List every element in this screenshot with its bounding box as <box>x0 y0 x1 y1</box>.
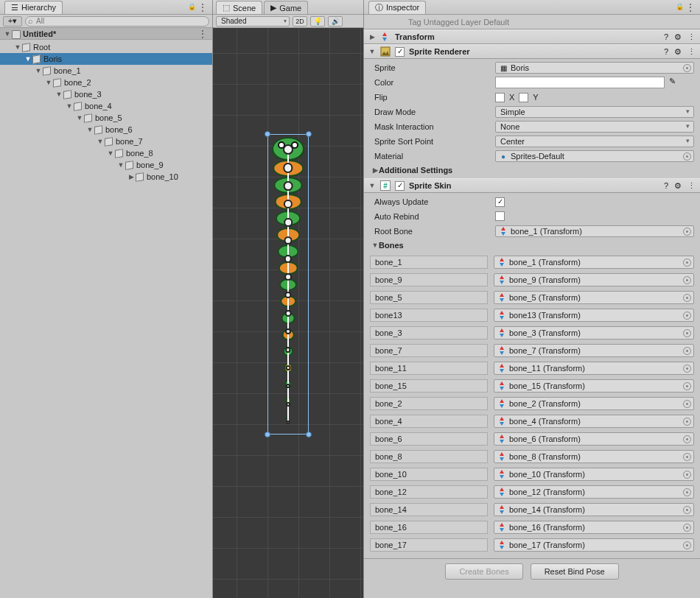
flip-x-checkbox[interactable] <box>495 93 505 102</box>
fold-icon[interactable]: ▼ <box>96 138 105 145</box>
help-icon[interactable]: ? <box>664 47 668 57</box>
root-bone-field[interactable]: bone_1 (Transform) <box>495 225 694 237</box>
bone-transform-field[interactable]: bone_7 (Transform) <box>494 344 694 357</box>
fold-icon[interactable]: ▼ <box>116 161 125 169</box>
create-button[interactable]: +▾ <box>3 16 22 27</box>
object-picker-icon[interactable] <box>683 152 691 161</box>
always-update-checkbox[interactable]: ✓ <box>495 197 505 207</box>
object-picker-icon[interactable] <box>683 400 691 408</box>
tree-row[interactable]: ▼bone_6 <box>0 124 212 136</box>
tree-row[interactable]: ▼Root <box>0 41 212 53</box>
flip-y-checkbox[interactable] <box>519 93 528 102</box>
eyedropper-icon[interactable]: ✎ <box>669 77 676 88</box>
object-picker-icon[interactable] <box>683 228 691 236</box>
preset-icon[interactable]: ⚙ <box>674 47 682 57</box>
object-picker-icon[interactable] <box>683 276 691 284</box>
tree-row[interactable]: ▼bone_2 <box>0 77 212 88</box>
transform-component-header[interactable]: ▶ Transform ?⚙⋮ <box>364 29 700 44</box>
object-picker-icon[interactable] <box>683 541 691 549</box>
component-enabled-checkbox[interactable]: ✓ <box>395 47 405 57</box>
object-picker-icon[interactable] <box>683 365 691 373</box>
selection-handle[interactable] <box>265 131 270 137</box>
search-input[interactable]: All <box>25 16 209 27</box>
help-icon[interactable]: ? <box>664 32 668 42</box>
scene-viewport[interactable] <box>213 28 363 598</box>
fold-icon[interactable]: ▼ <box>368 48 376 55</box>
object-picker-icon[interactable] <box>683 435 691 443</box>
fold-icon[interactable]: ▼ <box>55 91 63 98</box>
color-field[interactable] <box>495 77 665 88</box>
bone-transform-field[interactable]: bone_16 (Transform) <box>494 521 694 534</box>
bone-transform-field[interactable]: bone_10 (Transform) <box>494 468 694 481</box>
object-picker-icon[interactable] <box>683 453 691 461</box>
menu-icon[interactable]: ⋮ <box>687 47 696 57</box>
fold-icon[interactable]: ▼ <box>85 126 94 133</box>
object-picker-icon[interactable] <box>683 64 691 72</box>
object-picker-icon[interactable] <box>683 471 691 479</box>
material-field[interactable]: ●Sprites-Default <box>495 150 694 162</box>
tree-row[interactable]: ▼bone_8 <box>0 147 212 159</box>
help-icon[interactable]: ? <box>664 181 668 191</box>
fold-icon[interactable]: ▼ <box>75 114 84 122</box>
bone-transform-field[interactable]: bone_6 (Transform) <box>494 432 694 446</box>
bone-transform-field[interactable]: bone_3 (Transform) <box>494 326 694 340</box>
fold-icon[interactable]: ▼ <box>65 102 74 110</box>
fold-icon[interactable]: ▶ <box>127 173 136 180</box>
fold-icon[interactable]: ▼ <box>106 150 115 157</box>
tree-row[interactable]: ▼bone_1 <box>0 65 212 77</box>
sprite-renderer-header[interactable]: ▼ ✓ Sprite Renderer ?⚙⋮ <box>364 44 700 59</box>
preset-icon[interactable]: ⚙ <box>674 181 682 191</box>
scene-menu-icon[interactable]: ⋮ <box>197 30 208 38</box>
scene-header-row[interactable]: ▼ Untitled* ⋮ <box>0 28 212 40</box>
object-picker-icon[interactable] <box>683 258 691 267</box>
bone-transform-field[interactable]: bone_11 (Transform) <box>494 362 694 375</box>
drawmode-dropdown[interactable]: Simple <box>495 106 694 118</box>
object-picker-icon[interactable] <box>683 418 691 426</box>
object-picker-icon[interactable] <box>683 294 691 302</box>
fold-icon[interactable]: ▼ <box>24 55 32 63</box>
tree-row[interactable]: ▼bone_9 <box>0 159 212 171</box>
create-bones-button[interactable]: Create Bones <box>445 563 522 580</box>
component-enabled-checkbox[interactable]: ✓ <box>395 181 405 191</box>
lock-icon[interactable]: 🔒 <box>188 3 196 10</box>
menu-icon[interactable]: ⋮ <box>687 32 696 42</box>
bone-transform-field[interactable]: bone_4 (Transform) <box>494 415 694 428</box>
tree-row[interactable]: ▼bone_7 <box>0 136 212 147</box>
tree-row[interactable]: ▼bone_5 <box>0 112 212 124</box>
fold-icon[interactable]: ▼ <box>368 182 376 189</box>
lighting-toggle-icon[interactable]: 💡 <box>310 16 325 27</box>
selection-handle[interactable] <box>306 432 312 437</box>
hierarchy-tab[interactable]: ☰ Hierarchy <box>4 1 63 14</box>
bone-transform-field[interactable]: bone13 (Transform) <box>494 309 694 322</box>
tree-row[interactable]: ▼bone_4 <box>0 100 212 112</box>
auto-rebind-checkbox[interactable] <box>495 211 505 221</box>
bone-transform-field[interactable]: bone_5 (Transform) <box>494 291 694 304</box>
bone-transform-field[interactable]: bone_1 (Transform) <box>494 256 694 269</box>
menu-icon[interactable]: ⋮ <box>687 181 696 191</box>
selection-handle[interactable] <box>306 131 312 137</box>
bone-transform-field[interactable]: bone_8 (Transform) <box>494 450 694 463</box>
fold-icon[interactable]: ▼ <box>44 79 53 86</box>
bone-transform-field[interactable]: bone_15 (Transform) <box>494 379 694 393</box>
sprite-skin-header[interactable]: ▼ # ✓ Sprite Skin ?⚙⋮ <box>364 178 700 193</box>
fold-icon[interactable]: ▼ <box>371 242 379 249</box>
panel-menu-icon[interactable]: ⋮ <box>685 1 696 13</box>
bone-transform-field[interactable]: bone_12 (Transform) <box>494 485 694 499</box>
object-picker-icon[interactable] <box>683 382 691 390</box>
bone-transform-field[interactable]: bone_9 (Transform) <box>494 273 694 286</box>
fold-icon[interactable]: ▼ <box>13 43 22 51</box>
fold-icon[interactable]: ▼ <box>3 30 12 38</box>
bone-transform-field[interactable]: bone_2 (Transform) <box>494 397 694 410</box>
object-picker-icon[interactable] <box>683 506 691 514</box>
reset-bind-pose-button[interactable]: Reset Bind Pose <box>531 563 619 580</box>
fold-icon[interactable]: ▶ <box>368 33 376 41</box>
object-picker-icon[interactable] <box>683 347 691 355</box>
audio-toggle-icon[interactable]: 🔊 <box>328 16 343 27</box>
2d-toggle[interactable]: 2D <box>293 16 307 27</box>
sort-dropdown[interactable]: Center <box>495 136 694 147</box>
preset-icon[interactable]: ⚙ <box>674 32 682 42</box>
fold-icon[interactable]: ▼ <box>34 67 43 74</box>
game-tab[interactable]: ▶Game <box>264 1 308 14</box>
selected-sprite[interactable] <box>269 137 307 432</box>
tree-row[interactable]: ▼bone_3 <box>0 88 212 100</box>
